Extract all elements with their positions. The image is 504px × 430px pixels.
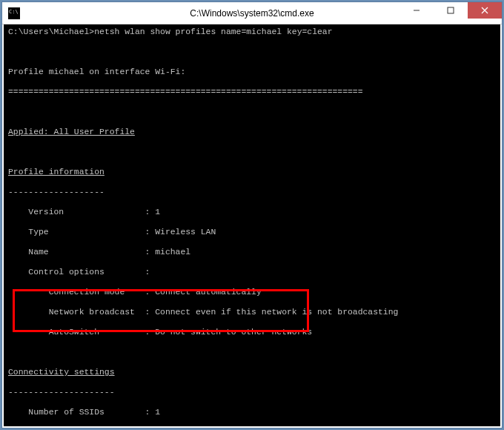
maximize-icon (447, 7, 454, 14)
maximize-button[interactable] (434, 2, 468, 19)
blank-line (8, 108, 496, 118)
value: Connect automatically (155, 288, 262, 297)
close-icon (481, 7, 488, 14)
blank-line (8, 47, 496, 58)
label: AutoSwitch (49, 328, 99, 337)
section-title-profile-info: Profile information (8, 168, 496, 178)
close-button[interactable] (468, 2, 502, 19)
label: Connection mode (49, 288, 125, 297)
section-title-connectivity: Connectivity settings (8, 368, 496, 378)
dashes: --------------------- (8, 388, 496, 398)
label: Control options (28, 268, 105, 277)
cmd-icon (8, 7, 20, 19)
dashes: ------------------- (8, 188, 496, 198)
label: Type (28, 228, 48, 236)
label: Number of SSIDs (28, 408, 105, 417)
blank-line (8, 148, 496, 158)
blank-line (8, 348, 496, 358)
minimize-icon (413, 7, 420, 14)
value: Wireless LAN (155, 228, 216, 236)
value: Connect even if this network is not broa… (155, 308, 398, 317)
applied-line: Applied: All User Profile (8, 128, 496, 138)
value: 1 (155, 208, 160, 216)
value: michael (155, 248, 190, 257)
label: Name (28, 248, 48, 257)
svg-rect-1 (448, 7, 454, 13)
row-autoswitch: AutoSwitch : Do not switch to other netw… (8, 328, 496, 338)
row-network-broadcast: Network broadcast : Connect even if this… (8, 308, 496, 318)
window-title: C:\Windows\system32\cmd.exe (190, 8, 314, 19)
row-type: Type : Wireless LAN (8, 228, 496, 238)
row-connection-mode: Connection mode : Connect automatically (8, 288, 496, 298)
cmd-window: C:\Windows\system32\cmd.exe C:\Users\Mic… (1, 1, 503, 429)
value: Do not switch to other networks (155, 328, 312, 337)
row-version: Version : 1 (8, 208, 496, 218)
console-output[interactable]: C:\Users\Michael>netsh wlan show profile… (2, 24, 502, 428)
titlebar[interactable]: C:\Windows\system32\cmd.exe (2, 2, 502, 24)
row-control-options: Control options : (8, 268, 496, 278)
command-text: netsh wlan show profiles name=michael ke… (94, 27, 332, 36)
row-name: Name : michael (8, 248, 496, 258)
prompt: C:\Users\Michael> (8, 27, 94, 36)
window-controls (399, 2, 502, 19)
prompt-line: C:\Users\Michael>netsh wlan show profile… (8, 27, 496, 38)
minimize-button[interactable] (399, 2, 434, 19)
separator-line: ========================================… (8, 87, 496, 98)
value: 1 (155, 408, 160, 417)
label: Version (28, 208, 64, 216)
label: Network broadcast (49, 308, 135, 317)
profile-header: Profile michael on interface Wi-Fi: (8, 67, 496, 78)
row-number-ssids: Number of SSIDs : 1 (8, 408, 496, 418)
